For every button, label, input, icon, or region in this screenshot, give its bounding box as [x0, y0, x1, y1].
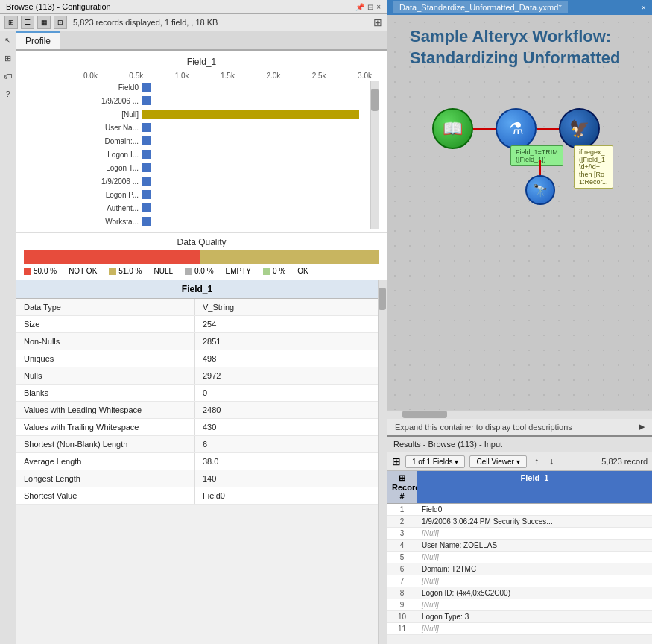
tool-regex-node[interactable]: 🦅	[559, 108, 600, 149]
sidebar-icon-grid[interactable]: ⊞	[2, 52, 14, 64]
toolbar-icon-1[interactable]: ⊞	[4, 16, 18, 29]
workflow-canvas: Sample Alteryx Workflow: Standardizing U…	[387, 15, 652, 435]
bar-row: Logon I...	[83, 148, 370, 160]
toolbar-icon-2[interactable]: ☰	[21, 16, 34, 29]
h-scrollbar[interactable]	[387, 410, 652, 419]
bar-row: Domain:...	[83, 135, 370, 147]
field-key: Data Type	[16, 299, 195, 315]
bar-label: [Null]	[83, 110, 142, 119]
dq-ok-label: OK	[297, 267, 308, 275]
result-row-val: [Null]	[417, 623, 652, 634]
binoculars-node[interactable]: 🔭	[525, 175, 555, 205]
tab-profile[interactable]: Profile	[16, 31, 60, 49]
formula-text: Field_1=TRIM	[516, 148, 558, 156]
result-row-val: Logon ID: (4x4,0x5C2C00)	[417, 587, 652, 599]
field-row: Nulls2972	[16, 367, 378, 385]
field-table-content: Field_1 Data TypeV_StringSize254Non-Null…	[16, 280, 378, 644]
right-close-button[interactable]: ×	[642, 3, 646, 12]
field-table-header: Field_1	[16, 280, 378, 299]
dq-legend-empty-label: EMPTY	[226, 267, 251, 275]
bar-label: User Na...	[83, 124, 142, 132]
h-scrollbar-thumb[interactable]	[402, 411, 447, 418]
result-row: 5[Null]	[387, 552, 652, 564]
fields-dropdown[interactable]: 1 of 1 Fields ▾	[405, 455, 465, 468]
pin-button[interactable]: 📌	[355, 3, 364, 11]
field-row: Values with Leading Whitespace2480	[16, 402, 378, 419]
field-value: 2480	[195, 402, 378, 418]
tool-input-node[interactable]: 📖	[432, 108, 473, 149]
sidebar-icon-tag[interactable]: 🏷	[2, 70, 14, 82]
dq-empty-label: EMPTY	[226, 267, 251, 275]
regex-text4: then [Ro	[579, 171, 608, 178]
bar-fill	[142, 150, 151, 159]
expand-bar[interactable]: Expand this container to display tool de…	[387, 418, 652, 435]
field-key: Blanks	[16, 385, 195, 401]
tool-formula-node[interactable]: ⚗	[496, 108, 537, 149]
bar-fill	[142, 110, 359, 119]
workflow-title-line2: Standardizing Unformatted	[410, 48, 620, 67]
bar-fill	[142, 123, 151, 132]
sidebar-icon-arrow[interactable]: ↖	[2, 34, 14, 46]
field-row: Values with Trailing Whitespace430	[16, 419, 378, 436]
left-title-text: Browse (113) - Configuration	[6, 2, 111, 11]
field-value: 6	[195, 436, 378, 452]
float-button[interactable]: ⊟	[367, 3, 373, 11]
expand-bar-text: Expand this container to display tool de…	[395, 423, 572, 432]
title-controls: 📌 ⊟ ×	[355, 3, 381, 11]
record-col-icon: ⊞	[399, 473, 405, 482]
dq-bar-notok	[24, 250, 200, 264]
bar-fill	[142, 83, 151, 92]
dq-dot-tan	[109, 268, 116, 275]
bar-row: User Na...	[83, 121, 370, 133]
x-label-2: 1.0k	[175, 72, 189, 80]
toolbar-icon-3[interactable]: ▦	[37, 16, 51, 29]
dq-legend-notok-label: NOT OK	[69, 267, 97, 275]
result-row-val: Logon Type: 3	[417, 611, 652, 622]
col-header-field1: Field_1	[417, 471, 652, 503]
left-title-bar: Browse (113) - Configuration 📌 ⊟ ×	[0, 0, 387, 14]
result-row-num: 7	[387, 575, 417, 587]
sort-asc-button[interactable]: ↑	[531, 455, 542, 468]
dq-dot-green	[263, 268, 270, 275]
left-sidebar: ↖ ⊞ 🏷 ? Profile Field_1 0.0k 0.5k 1.0k	[0, 31, 387, 644]
result-row-num: 4	[387, 540, 417, 551]
dq-legend-empty: 0.0 %	[185, 267, 214, 275]
result-row-val: [Null]	[417, 599, 652, 610]
bar-chart-area: Field_1 0.0k 0.5k 1.0k 1.5k 2.0k 2.5k 3.…	[16, 51, 387, 233]
bar-row: 1/9/2006 ...	[83, 95, 370, 107]
cell-viewer-arrow: ▾	[516, 458, 520, 466]
field-value: 2851	[195, 333, 378, 350]
toolbar-plus-button[interactable]: ⊞	[373, 16, 382, 28]
regex-text2: ([Field_1	[579, 156, 608, 163]
field-value: 140	[195, 470, 378, 487]
workflow-title: Sample Alteryx Workflow: Standardizing U…	[410, 26, 620, 69]
x-label-5: 2.5k	[312, 72, 326, 80]
left-content: Profile Field_1 0.0k 0.5k 1.0k 1.5k 2.0k…	[16, 31, 387, 644]
table-view-icon[interactable]: ⊞	[392, 455, 401, 467]
field-row: Data TypeV_String	[16, 299, 378, 316]
toolbar-icon-4[interactable]: ⊡	[54, 16, 67, 29]
bar-container	[142, 217, 370, 226]
dq-empty-pct: 0.0 %	[194, 267, 214, 275]
bar-fill	[142, 163, 151, 172]
field-value: 38.0	[195, 453, 378, 470]
right-tab-filename[interactable]: Data_Standardize_Unformatted_Data.yxmd*	[393, 1, 568, 13]
close-left-button[interactable]: ×	[376, 3, 381, 11]
bar-row: Logon T...	[83, 162, 370, 174]
result-row: 9[Null]	[387, 599, 652, 611]
bar-container	[142, 136, 370, 145]
sidebar-icon-question[interactable]: ?	[2, 88, 14, 100]
result-row-val: [Null]	[417, 552, 652, 563]
field-key: Average Length	[16, 453, 195, 470]
cell-viewer-dropdown[interactable]: Cell Viewer ▾	[469, 455, 526, 468]
field-key: Uniques	[16, 350, 195, 367]
dq-dot-gray	[185, 268, 192, 275]
bar-row: Worksta...	[83, 215, 370, 227]
result-row-val: User Name: ZOELLAS	[417, 540, 652, 551]
results-table-header: ⊞ Record # Field_1	[387, 471, 652, 504]
sort-desc-button[interactable]: ↓	[546, 455, 557, 468]
dq-notok-pct: 50.0 %	[34, 267, 57, 275]
x-label-3: 1.5k	[221, 72, 235, 80]
bar-row: Logon P...	[83, 189, 370, 201]
bar-container	[142, 203, 370, 212]
